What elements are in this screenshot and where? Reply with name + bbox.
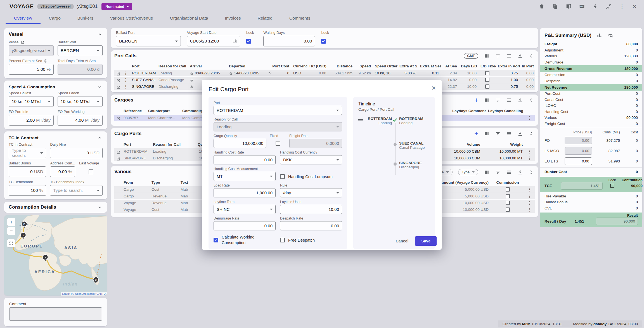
collapse-tc-icon[interactable]	[97, 135, 103, 141]
collapse-vessel-icon[interactable]	[97, 32, 103, 37]
delete-icon[interactable]	[539, 3, 545, 10]
ld-fixed-checkbox[interactable]	[485, 78, 489, 82]
timeline-port-call[interactable]: SINGAPORE Discharging	[399, 161, 435, 169]
tc-benchmark-input[interactable]: 100%	[9, 185, 46, 196]
commission-checkbox[interactable]	[506, 194, 510, 198]
free-despatch-checkbox[interactable]	[280, 238, 285, 242]
row-menu-icon[interactable]: ⋮	[525, 115, 535, 121]
download-icon[interactable]	[517, 169, 523, 175]
tc-benchmark-index-select[interactable]: Type to search.	[50, 185, 103, 196]
tab-overview[interactable]: Overview	[6, 13, 41, 24]
open-row-icon[interactable]	[116, 85, 120, 89]
commission-checkbox[interactable]	[506, 207, 510, 212]
status-badge[interactable]: Nominated	[101, 3, 132, 10]
trend-analysis-icon[interactable]	[607, 32, 613, 38]
row-menu-icon[interactable]: ⋮	[525, 155, 535, 161]
tab-organisational-data[interactable]: Organisational Data	[162, 13, 217, 24]
open-row-icon[interactable]	[116, 72, 120, 76]
map-fullscreen-button[interactable]	[7, 239, 15, 247]
fixed-checkbox[interactable]	[276, 141, 280, 146]
row-density-icon[interactable]	[506, 97, 512, 103]
download-icon[interactable]	[517, 97, 523, 103]
close-icon[interactable]: ✕	[632, 3, 637, 10]
calendar-icon[interactable]	[232, 39, 237, 44]
row-menu-icon[interactable]: ⋮	[525, 148, 535, 155]
waiting-days-input[interactable]: 0.00	[263, 36, 315, 46]
copy-icon[interactable]	[552, 3, 558, 10]
ld-fixed-checkbox[interactable]	[485, 84, 489, 89]
modal-close-icon[interactable]: ✕	[431, 85, 436, 91]
ld-fixed-checkbox[interactable]	[485, 71, 489, 75]
collapse-table-icon[interactable]	[529, 131, 534, 136]
type-filter[interactable]: Type	[458, 169, 478, 175]
filter-icon[interactable]	[495, 97, 501, 103]
voyage-map[interactable]: EUROPE ASIA AFRICA Indian B 1 2 3 + − Le…	[4, 215, 107, 296]
row-menu-icon[interactable]: ⋮	[525, 200, 535, 206]
calculate-working-consumption-checkbox[interactable]	[214, 238, 218, 242]
columns-icon[interactable]	[484, 169, 489, 175]
add-cargo-port-button[interactable]: +	[474, 131, 478, 136]
address-commission-input[interactable]: 0.00%	[50, 166, 75, 177]
handling-cost-lumpsum-checkbox[interactable]	[280, 174, 285, 179]
rule-select[interactable]: /day	[280, 188, 342, 197]
collapse-table-icon[interactable]	[529, 97, 534, 103]
comment-input[interactable]	[9, 307, 102, 321]
despatch-rate-input[interactable]: 0.00	[280, 221, 342, 230]
compare-icon[interactable]	[565, 3, 572, 10]
laytime-term-select[interactable]: SHINC	[214, 205, 276, 214]
main-ballast-port-select[interactable]: BERGEN	[116, 36, 181, 46]
history-icon[interactable]	[268, 71, 272, 75]
gmt-badge[interactable]: GMT	[464, 53, 478, 59]
ballast-port-select[interactable]: BERGEN	[58, 45, 103, 56]
cancel-button[interactable]: Cancel	[390, 236, 413, 246]
filter-icon[interactable]	[495, 131, 501, 136]
save-button[interactable]: Save	[415, 236, 437, 246]
voyage-start-date-input[interactable]: 01/06/23 12:00	[187, 36, 240, 46]
row-menu-icon[interactable]: ⋮	[525, 206, 535, 213]
speed-ballast-select[interactable]: 10 kn, 10 MT/d	[9, 96, 54, 107]
collapse-speed-icon[interactable]	[97, 84, 103, 90]
open-vessel-icon[interactable]	[21, 40, 25, 44]
commission-checkbox[interactable]	[506, 187, 510, 192]
drag-handle[interactable]	[358, 118, 363, 122]
daily-hire-input[interactable]: 0USD	[50, 148, 103, 158]
vessel-select[interactable]: y3tsgioe4g-vessel	[9, 45, 54, 56]
row-menu-icon[interactable]: ⋮	[122, 77, 130, 83]
tab-bunkers[interactable]: Bunkers	[69, 13, 102, 24]
tce-lock-checkbox[interactable]	[610, 184, 614, 188]
fo-port-idle-input[interactable]: 2.00MT/day	[9, 115, 54, 126]
waiting-days-lock-checkbox[interactable]	[321, 39, 326, 44]
tab-related[interactable]: Related	[249, 13, 281, 24]
handling-cost-measurement-select[interactable]: MT	[214, 172, 276, 181]
tab-comments[interactable]: Comments	[281, 13, 319, 24]
open-row-icon[interactable]	[116, 150, 120, 154]
voyage-start-lock-checkbox[interactable]	[246, 39, 251, 44]
open-row-icon[interactable]	[116, 79, 120, 83]
tc-in-contract-select[interactable]: Type to search.	[9, 148, 46, 158]
handling-cost-rate-input[interactable]: 0.00	[214, 155, 276, 164]
map-zoom-in-button[interactable]: +	[7, 218, 15, 226]
port-call-row[interactable]: ⋮ ROTTERDAM Loading 03/06/23 20:05 14/06…	[114, 70, 535, 77]
collapse-table-icon[interactable]	[529, 169, 534, 175]
timeline-port-call[interactable]: ROTTERDAM Loading	[399, 117, 435, 125]
row-menu-icon[interactable]: ⋮	[525, 186, 535, 193]
eu-ets-price-input[interactable]: 0.00	[565, 157, 592, 165]
columns-icon[interactable]	[484, 97, 489, 103]
add-cargo-button[interactable]: +	[474, 97, 478, 103]
tab-invoices[interactable]: Invoices	[217, 13, 249, 24]
columns-icon[interactable]	[484, 53, 489, 59]
filter-icon[interactable]	[495, 53, 501, 59]
handling-cost-currency-select[interactable]: DKK	[280, 155, 342, 164]
tab-cargo[interactable]: Cargo	[41, 13, 69, 24]
load-rate-input[interactable]: 1,000.00	[214, 188, 276, 197]
collapse-consumption-icon[interactable]	[97, 204, 103, 210]
row-density-icon[interactable]	[506, 131, 512, 136]
timeline-port-call[interactable]: SUEZ CANAL Canal Passage	[399, 141, 435, 150]
fo-port-working-input[interactable]: 4.00MT/day	[58, 115, 103, 126]
bar-chart-icon[interactable]	[596, 32, 602, 38]
row-menu-icon[interactable]: ⋮	[122, 83, 130, 90]
row-density-icon[interactable]	[506, 169, 512, 175]
download-icon[interactable]	[517, 53, 523, 59]
commission-checkbox[interactable]	[506, 201, 510, 205]
more-menu-icon[interactable]: ⋮	[619, 3, 625, 10]
